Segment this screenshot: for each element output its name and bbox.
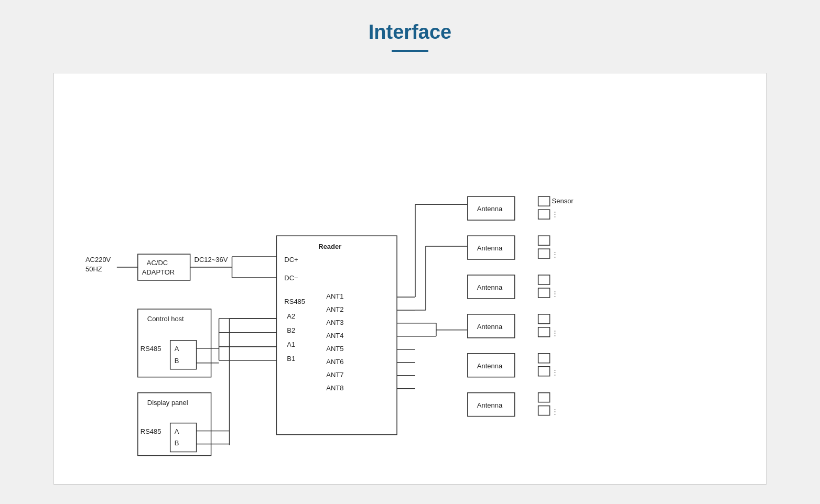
sensor-dots-1: ⋮ (552, 210, 558, 218)
sensor-box-1a (538, 196, 550, 206)
antenna-label-1: Antenna (477, 205, 503, 213)
sensor-dots-4: ⋮ (552, 329, 558, 337)
sensor-box-6a (538, 393, 550, 402)
adaptor-line2: ADAPTOR (142, 268, 175, 276)
reader-port-a1: A1 (287, 341, 295, 348)
sensor-box-2a (538, 236, 550, 245)
title-underline (392, 50, 428, 52)
reader-port-a2: A2 (287, 312, 295, 320)
adaptor-line1: AC/DC (147, 259, 168, 267)
control-rs485-label: RS485 (141, 345, 161, 353)
display-b-label: B (175, 440, 179, 447)
ant6: ANT6 (326, 358, 343, 366)
sensor-dots-3: ⋮ (552, 290, 558, 298)
dc-minus-label: DC− (284, 274, 298, 282)
sensor-box-4a (538, 314, 550, 324)
dc-plus-label: DC+ (284, 256, 298, 264)
power-label2: 50HZ (85, 265, 102, 273)
sensor-label: Sensor (552, 197, 574, 205)
ant2: ANT2 (326, 305, 343, 313)
page-title: Interface (369, 21, 451, 43)
ant3: ANT3 (326, 319, 343, 326)
sensor-dots-2: ⋮ (552, 250, 558, 258)
control-b-label: B (175, 357, 179, 365)
display-panel-label: Display panel (147, 399, 188, 407)
ant4: ANT4 (326, 332, 343, 339)
antenna-label-5: Antenna (477, 362, 503, 370)
diagram-container: AC220V 50HZ AC/DC ADAPTOR DC12~36V Reade… (53, 73, 767, 485)
sensor-box-5a (538, 354, 550, 363)
adaptor-box (138, 254, 190, 280)
voltage-label: DC12~36V (195, 256, 228, 264)
reader-port-b2: B2 (287, 326, 295, 334)
display-rs485-label: RS485 (141, 428, 161, 435)
control-a-label: A (175, 345, 179, 353)
sensor-box-6b (538, 406, 550, 415)
sensor-box-3b (538, 288, 550, 298)
sensor-dots-6: ⋮ (552, 408, 558, 415)
ant1: ANT1 (326, 292, 343, 300)
control-host-label: Control host (147, 315, 184, 323)
sensor-box-5b (538, 367, 550, 376)
display-a-label: A (175, 428, 179, 435)
reader-label: Reader (318, 243, 341, 250)
sensor-box-2b (538, 249, 550, 258)
reader-port-b1: B1 (287, 355, 295, 363)
sensor-box-3a (538, 275, 550, 284)
antenna-label-3: Antenna (477, 283, 503, 291)
antenna-label-6: Antenna (477, 401, 503, 409)
antenna-label-2: Antenna (477, 244, 503, 252)
antenna-label-4: Antenna (477, 323, 503, 331)
ant8: ANT8 (326, 384, 343, 392)
power-label1: AC220V (85, 256, 111, 264)
rs485-reader-label: RS485 (284, 298, 305, 305)
sensor-box-4b (538, 327, 550, 337)
ant7: ANT7 (326, 371, 343, 379)
interface-diagram: AC220V 50HZ AC/DC ADAPTOR DC12~36V Reade… (70, 89, 750, 466)
sensor-box-1b (538, 210, 550, 219)
ant5: ANT5 (326, 345, 343, 353)
sensor-dots-5: ⋮ (552, 368, 558, 376)
